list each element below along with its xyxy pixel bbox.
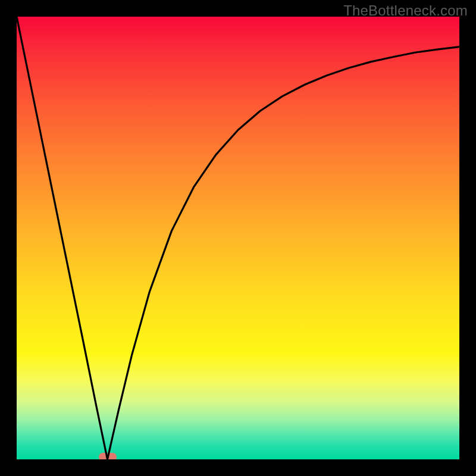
curve-svg: [17, 17, 459, 459]
chart-frame: TheBottleneck.com: [0, 0, 476, 476]
plot-area: [17, 17, 459, 459]
curve-path: [17, 17, 459, 459]
watermark-text: TheBottleneck.com: [343, 2, 468, 19]
